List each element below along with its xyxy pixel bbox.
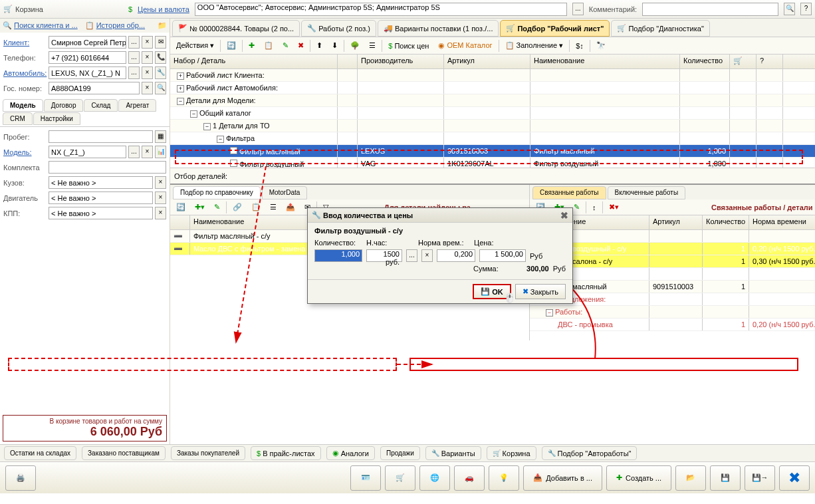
add-icon[interactable]: ✚▾ <box>191 201 208 213</box>
search-prices-button[interactable]: $ Поиск цен <box>385 41 432 51</box>
globe-button[interactable]: 🌐 <box>419 465 450 491</box>
col-qty[interactable]: Количество <box>680 55 730 68</box>
grid-row[interactable]: −Фильтра <box>170 132 815 145</box>
gos-search-icon[interactable]: 🔍 <box>155 82 166 94</box>
add-button[interactable]: 📥 Добавить в ... <box>523 465 602 491</box>
gos-field[interactable]: А888ОА199 <box>49 82 140 94</box>
client-field[interactable]: Смирнов Сергей Петр <box>49 36 126 49</box>
norm-input[interactable]: 0,200 <box>437 249 475 262</box>
model-label[interactable]: Модель: <box>3 148 47 156</box>
tab-dogovor[interactable]: Договор <box>44 99 84 112</box>
close-button[interactable]: ✖ Закрыть <box>515 284 566 299</box>
folder-icon[interactable]: 📁 <box>158 21 167 30</box>
komplekta-field[interactable] <box>49 161 166 174</box>
tab-spravochnik[interactable]: Подбор по справочнику <box>173 186 261 199</box>
delete-icon[interactable]: ✖ <box>294 40 307 51</box>
model-clear[interactable]: × <box>142 146 153 158</box>
list-icon[interactable]: ☰ <box>366 40 379 51</box>
col-mfr[interactable]: Производитель <box>358 55 444 68</box>
kuzov-clear[interactable]: × <box>155 176 166 189</box>
kuzov-field[interactable]: < Не важно > <box>49 176 153 189</box>
ftab-buyer[interactable]: Заказы покупателей <box>171 446 245 460</box>
open-button[interactable]: 📂 <box>675 465 706 491</box>
tab-related[interactable]: Связанные работы <box>532 186 606 199</box>
related-row[interactable]: −Работы: <box>530 306 815 318</box>
comment-input[interactable] <box>642 3 778 16</box>
col-art[interactable]: Артикул <box>649 215 703 229</box>
auto-action-icon[interactable]: 🔧 <box>155 66 166 79</box>
col-name[interactable]: Наименование <box>530 55 680 68</box>
copy-icon[interactable]: 📋 <box>261 40 277 51</box>
probeg-calc-icon[interactable]: ▦ <box>155 130 166 143</box>
grid-row[interactable]: +Рабочий лист Автомобиля: <box>170 82 815 94</box>
help-button[interactable]: ? <box>800 3 812 15</box>
auto-more[interactable]: ... <box>128 66 140 79</box>
phone-call-icon[interactable]: 📞 <box>155 51 166 64</box>
tab-model[interactable]: Модель <box>3 99 43 112</box>
save-close-button[interactable]: 💾→ <box>745 465 775 491</box>
phone-more[interactable]: ... <box>128 51 140 64</box>
dvig-clear[interactable]: × <box>155 191 166 204</box>
binoculars-icon[interactable]: 🔭 <box>593 40 609 51</box>
fill-button[interactable]: 📋 Заполнение ▾ <box>502 40 567 51</box>
col-set[interactable]: Набор / Деталь <box>170 55 338 68</box>
tab-works[interactable]: 🔧Работы (2 поз.) <box>301 20 376 37</box>
nch-input[interactable]: 1500 руб. <box>366 249 402 262</box>
org-field[interactable]: ООО "Автосервис"; Автосервис; Администра… <box>195 3 567 16</box>
phone-clear[interactable]: × <box>142 51 153 64</box>
id-button[interactable]: 🪪 <box>350 465 381 491</box>
link-icon[interactable]: 🔗 <box>229 201 245 213</box>
client-search-link[interactable]: Поиск клиента и ... <box>14 21 78 30</box>
ftab-cart[interactable]: 🛒 Корзина <box>487 446 536 460</box>
oem-button[interactable]: ◉ OEM Каталог <box>435 40 495 51</box>
nch-more[interactable]: ... <box>406 249 417 262</box>
nch-clear[interactable]: × <box>421 249 433 262</box>
copy-icon[interactable]: 📋 <box>248 201 264 213</box>
client-clear[interactable]: × <box>142 36 153 49</box>
related-row[interactable]: ДВС - промывка10,20 (н/ч 1500 руб.)300,0… <box>530 318 815 331</box>
add-icon[interactable]: ✚ <box>245 40 258 51</box>
tab-included[interactable]: Включенные работы <box>608 186 686 199</box>
car-button[interactable]: 🚗 <box>454 465 485 491</box>
tab-motordata[interactable]: MotorData <box>262 186 308 199</box>
kpp-clear[interactable]: × <box>155 207 166 219</box>
edit-icon[interactable]: ✎ <box>279 40 292 51</box>
list-icon[interactable]: ☰ <box>267 201 280 213</box>
tree-icon[interactable]: 🌳 <box>347 40 363 51</box>
history-link[interactable]: История обр... <box>96 21 145 30</box>
ftab-price[interactable]: $ В прайс-листах <box>251 446 321 460</box>
print-button[interactable]: 🖨️ <box>5 465 36 491</box>
model-chart-icon[interactable]: 📊 <box>155 146 166 158</box>
col-qty[interactable]: Количество <box>703 215 749 229</box>
ftab-variants[interactable]: 🔧 Варианты <box>425 446 481 460</box>
move-up-icon[interactable]: ⬆ <box>313 40 326 51</box>
auto-label[interactable]: Автомобиль: <box>3 69 47 77</box>
tab-variants[interactable]: 🚚Варианты поставки (1 поз./... <box>378 20 499 37</box>
auto-field[interactable]: LEXUS, NX (_Z1_) N <box>49 66 126 79</box>
model-more[interactable]: ... <box>128 146 140 158</box>
model-field[interactable]: NX (_Z1_) <box>49 146 126 158</box>
currency-link[interactable]: Цены и валюта <box>138 5 189 13</box>
idea-button[interactable]: 💡 <box>489 465 519 491</box>
cart-button[interactable]: 🛒 <box>385 465 415 491</box>
tab-settings[interactable]: Настройки <box>33 112 80 125</box>
dialog-close-icon[interactable]: ✖ <box>560 210 568 221</box>
grid-row[interactable]: +Рабочий лист Клиента: <box>170 69 815 82</box>
move-down-icon[interactable]: ⬇ <box>328 40 341 51</box>
edit-icon[interactable]: ✎ <box>211 201 223 213</box>
dvig-field[interactable]: < Не важно > <box>49 191 153 204</box>
client-label[interactable]: Клиент: <box>3 39 47 47</box>
grid-row[interactable]: Фильтр воздушныйVAG1K0129607ALФильтр воз… <box>170 158 815 168</box>
refresh-icon[interactable]: 🔄 <box>223 40 239 51</box>
ftab-ordered[interactable]: Заказано поставщикам <box>82 446 166 460</box>
ftab-analog[interactable]: ◉ Аналоги <box>326 446 375 460</box>
kpp-field[interactable]: < Не важно > <box>49 207 153 219</box>
col-art[interactable]: Артикул <box>444 55 530 68</box>
price-tool-icon[interactable]: $↕ <box>572 41 587 51</box>
create-button[interactable]: ✚ Создать ... <box>606 465 671 491</box>
qty-input[interactable]: 1,000 <box>314 249 362 262</box>
grid-row[interactable]: −Детали для Модели: <box>170 94 815 107</box>
delete-icon[interactable]: ✖▾ <box>606 201 622 213</box>
ftab-autoworks[interactable]: 🔧 Подбор "Автоработы" <box>542 446 638 460</box>
auto-clear[interactable]: × <box>142 66 153 79</box>
